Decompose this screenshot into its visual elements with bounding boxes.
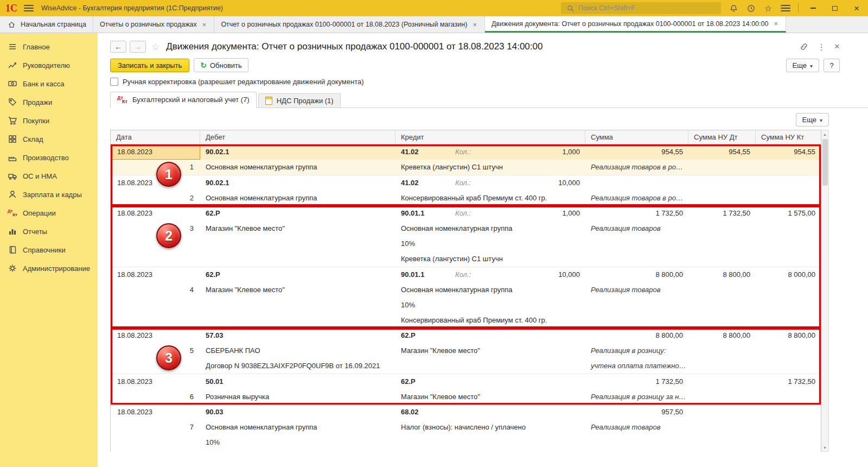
- service-menu-icon[interactable]: [781, 5, 790, 11]
- cell-debit-account[interactable]: 62.Р: [200, 267, 395, 282]
- cell-sum-nu-kt[interactable]: [756, 175, 821, 191]
- tab-accounting-tax[interactable]: Бухгалтерский и налоговый учет (7): [110, 92, 257, 108]
- sidebar-item-fixed-assets[interactable]: ОС и НМА: [0, 167, 98, 185]
- posting-entry-6[interactable]: 18.08.202350.0162.Р1 732,501 732,506Розн…: [111, 374, 821, 405]
- cell-sum-nu-dt[interactable]: 8 800,00: [688, 328, 756, 343]
- cell-sum-nu-dt[interactable]: 954,55: [688, 144, 756, 160]
- posting-analytics-line[interactable]: 10%: [111, 298, 821, 313]
- posting-entry-2[interactable]: 18.08.202390.02.141.02Кол.:10,0002Основн…: [111, 175, 821, 206]
- column-header-sum[interactable]: Сумма: [585, 130, 688, 144]
- notifications-bell-icon[interactable]: [729, 3, 738, 13]
- cell-debit-account[interactable]: 90.02.1: [200, 144, 395, 160]
- tab-close-icon[interactable]: [471, 21, 478, 29]
- sidebar-item-main[interactable]: Главное: [0, 37, 98, 56]
- posting-main-line[interactable]: 18.08.202390.02.141.02Кол.:10,000: [111, 175, 821, 191]
- column-header-sum-nu-dt[interactable]: Сумма НУ Дт: [688, 130, 756, 144]
- posting-main-line[interactable]: 18.08.202390.02.141.02Кол.:1,000954,5595…: [111, 144, 821, 160]
- posting-main-line[interactable]: 18.08.202362.Р90.01.1Кол.:10,0008 800,00…: [111, 267, 821, 282]
- scrollbar-thumb[interactable]: [822, 139, 828, 186]
- cell-sum-nu-dt[interactable]: 8 800,00: [688, 267, 756, 282]
- cell-date[interactable]: 18.08.2023: [111, 267, 200, 282]
- cell-debit-account[interactable]: 90.03: [200, 405, 395, 420]
- cell-sum-nu-dt[interactable]: [688, 374, 756, 389]
- minimize-button[interactable]: [806, 3, 820, 14]
- vertical-scrollbar[interactable]: [821, 130, 829, 452]
- sidebar-item-sales[interactable]: Продажи: [0, 93, 98, 111]
- history-clock-icon[interactable]: [746, 3, 756, 13]
- posting-analytics-line[interactable]: 3Магазин "Клевое место"Основная номенкла…: [111, 221, 821, 236]
- posting-entry-5[interactable]: 18.08.202357.0362.Р8 800,008 800,008 800…: [111, 328, 821, 374]
- sidebar-item-administration[interactable]: Администрирование: [0, 259, 98, 277]
- sidebar-item-directories[interactable]: Справочники: [0, 241, 98, 259]
- sidebar-item-payroll-hr[interactable]: Зарплата и кадры: [0, 185, 98, 204]
- tab-retail-report-document[interactable]: Отчет о розничных продажах 0100-000001 о…: [214, 16, 485, 33]
- cell-credit-account[interactable]: 90.01.1Кол.:10,000: [395, 267, 585, 282]
- tab-retail-reports-list[interactable]: Отчеты о розничных продажах: [93, 16, 214, 33]
- cell-sum-nu-kt[interactable]: 8 800,00: [756, 328, 821, 343]
- back-button[interactable]: [110, 41, 126, 53]
- cell-sum[interactable]: 957,50: [585, 405, 688, 420]
- tab-home[interactable]: Начальная страница: [0, 16, 93, 33]
- save-and-close-button[interactable]: Записать и закрыть: [110, 59, 189, 72]
- cell-date[interactable]: 18.08.2023: [111, 206, 200, 221]
- cell-date[interactable]: 18.08.2023: [111, 374, 200, 389]
- posting-main-line[interactable]: 18.08.202390.0368.02957,50: [111, 405, 821, 420]
- posting-entry-1[interactable]: 18.08.202390.02.141.02Кол.:1,000954,5595…: [111, 144, 821, 175]
- scroll-up-icon[interactable]: [821, 130, 828, 138]
- cell-credit-account[interactable]: 41.02Кол.:1,000: [395, 144, 585, 160]
- manual-adjustment-checkbox[interactable]: [110, 78, 118, 86]
- posting-main-line[interactable]: 18.08.202357.0362.Р8 800,008 800,008 800…: [111, 328, 821, 343]
- refresh-button[interactable]: Обновить: [194, 58, 248, 72]
- table-more-button[interactable]: Еще: [796, 113, 829, 127]
- cell-sum-nu-kt[interactable]: 8 000,00: [756, 267, 821, 282]
- global-search-input[interactable]: Поиск Ctrl+Shift+F: [561, 2, 721, 14]
- maximize-button[interactable]: [828, 3, 842, 14]
- cell-sum-nu-dt[interactable]: [688, 175, 756, 191]
- posting-main-line[interactable]: 18.08.202362.Р90.01.1Кол.:1,0001 732,501…: [111, 206, 821, 221]
- main-menu-icon[interactable]: [24, 5, 34, 11]
- cell-sum[interactable]: 1 732,50: [585, 206, 688, 221]
- cell-credit-account[interactable]: 41.02Кол.:10,000: [395, 175, 585, 191]
- close-window-button[interactable]: [850, 3, 864, 14]
- cell-sum[interactable]: 1 732,50: [585, 374, 688, 389]
- cell-debit-account[interactable]: 90.02.1: [200, 175, 395, 191]
- tab-document-movements[interactable]: Движения документа: Отчет о розничных пр…: [485, 16, 786, 33]
- posting-analytics-line[interactable]: 4Магазин "Клевое место"Основная номенкла…: [111, 282, 821, 298]
- posting-analytics-line[interactable]: Креветка (лангустин) С1 штучн: [111, 251, 821, 267]
- column-header-debit[interactable]: Дебет: [200, 130, 395, 144]
- posting-main-line[interactable]: 18.08.202350.0162.Р1 732,501 732,50: [111, 374, 821, 389]
- cell-sum-nu-dt[interactable]: [688, 405, 756, 420]
- scroll-down-icon[interactable]: [821, 444, 828, 451]
- close-form-icon[interactable]: [834, 41, 840, 52]
- cell-debit-account[interactable]: 57.03: [200, 328, 395, 343]
- more-button[interactable]: Еще: [786, 59, 819, 72]
- cell-sum-nu-kt[interactable]: 954,55: [756, 144, 821, 160]
- add-favorite-star-icon[interactable]: [151, 41, 159, 53]
- sidebar-item-manager[interactable]: Руководителю: [0, 56, 98, 74]
- posting-analytics-line[interactable]: 10%: [111, 236, 821, 251]
- sidebar-item-operations[interactable]: Операции: [0, 204, 98, 222]
- posting-entry-4[interactable]: 18.08.202362.Р90.01.1Кол.:10,0008 800,00…: [111, 267, 821, 328]
- sidebar-item-bank-cash[interactable]: Банк и касса: [0, 74, 98, 93]
- cell-date[interactable]: 18.08.2023: [111, 175, 200, 191]
- posting-entry-7[interactable]: 18.08.202390.0368.02957,507Основная номе…: [111, 405, 821, 450]
- forward-button[interactable]: [130, 41, 146, 53]
- posting-analytics-line[interactable]: 6Розничная выручкаМагазин "Клевое место"…: [111, 389, 821, 405]
- more-actions-icon[interactable]: [817, 42, 826, 52]
- column-header-credit[interactable]: Кредит: [395, 130, 585, 144]
- posting-analytics-line[interactable]: Консервированный краб Премиум ст. 400 гр…: [111, 313, 821, 328]
- posting-analytics-line[interactable]: 7Основная номенклатурная группаНалог (вз…: [111, 420, 821, 435]
- cell-sum[interactable]: 8 800,00: [585, 328, 688, 343]
- posting-analytics-line[interactable]: 2Основная номенклатурная группаКонсервир…: [111, 191, 821, 206]
- cell-sum-nu-kt[interactable]: [756, 405, 821, 420]
- tab-vat-sales[interactable]: НДС Продажи (1): [258, 93, 341, 108]
- cell-sum-nu-kt[interactable]: 1 575,00: [756, 206, 821, 221]
- cell-date[interactable]: 18.08.2023: [111, 405, 200, 420]
- sidebar-item-warehouse[interactable]: Склад: [0, 130, 98, 148]
- cell-credit-account[interactable]: 62.Р: [395, 328, 585, 343]
- manual-adjustment-label[interactable]: Ручная корректировка (разрешает редактир…: [123, 78, 364, 86]
- sidebar-item-purchases[interactable]: Покупки: [0, 111, 98, 130]
- sidebar-item-reports[interactable]: Отчеты: [0, 222, 98, 241]
- favorites-star-icon[interactable]: [763, 3, 773, 13]
- cell-debit-account[interactable]: 50.01: [200, 374, 395, 389]
